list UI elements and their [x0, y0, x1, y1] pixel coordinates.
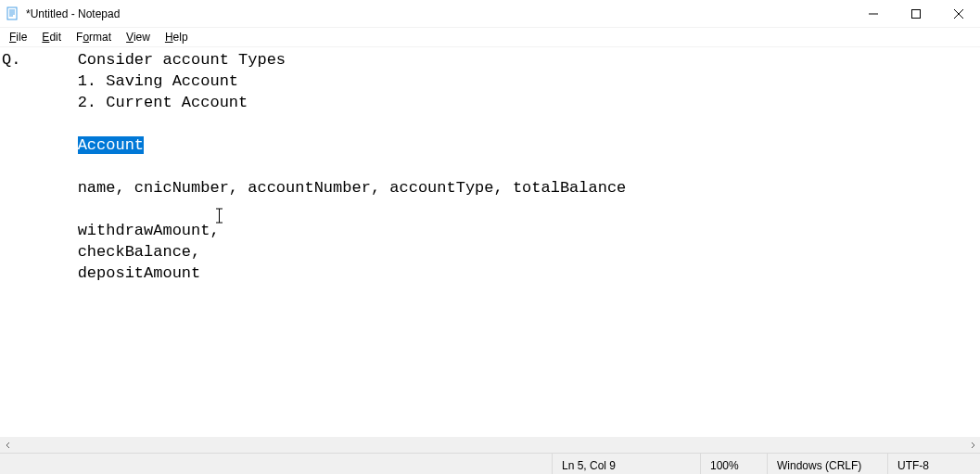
scroll-right-icon[interactable]: [964, 437, 980, 453]
text-editor[interactable]: Q. Consider account Types 1. Saving Acco…: [0, 47, 980, 437]
menu-format[interactable]: Format: [69, 30, 119, 45]
close-button[interactable]: [937, 0, 980, 28]
notepad-app-icon: [6, 6, 20, 21]
menu-view[interactable]: View: [119, 30, 158, 45]
menu-edit[interactable]: Edit: [34, 30, 69, 45]
notepad-window: *Untitled - Notepad File Edit Format Vie…: [0, 0, 980, 474]
maximize-button[interactable]: [895, 0, 937, 28]
editor-area: Q. Consider account Types 1. Saving Acco…: [0, 46, 980, 453]
titlebar: *Untitled - Notepad: [0, 0, 980, 28]
scroll-left-icon[interactable]: [0, 437, 16, 453]
status-line-ending: Windows (CRLF): [767, 454, 887, 474]
menu-help[interactable]: Help: [158, 30, 196, 45]
minimize-button[interactable]: [852, 0, 895, 28]
statusbar: Ln 5, Col 9 100% Windows (CRLF) UTF-8: [0, 453, 980, 474]
svg-rect-6: [912, 9, 921, 18]
status-encoding: UTF-8: [887, 454, 980, 474]
menubar: File Edit Format View Help: [0, 28, 980, 46]
text-selection: Account: [78, 136, 144, 154]
scroll-track[interactable]: [16, 437, 964, 453]
horizontal-scrollbar[interactable]: [0, 437, 980, 453]
menu-file[interactable]: File: [2, 30, 34, 45]
status-zoom: 100%: [700, 454, 767, 474]
status-cursor-position: Ln 5, Col 9: [552, 454, 700, 474]
statusbar-spacer: [0, 454, 552, 474]
window-title: *Untitled - Notepad: [26, 7, 120, 20]
